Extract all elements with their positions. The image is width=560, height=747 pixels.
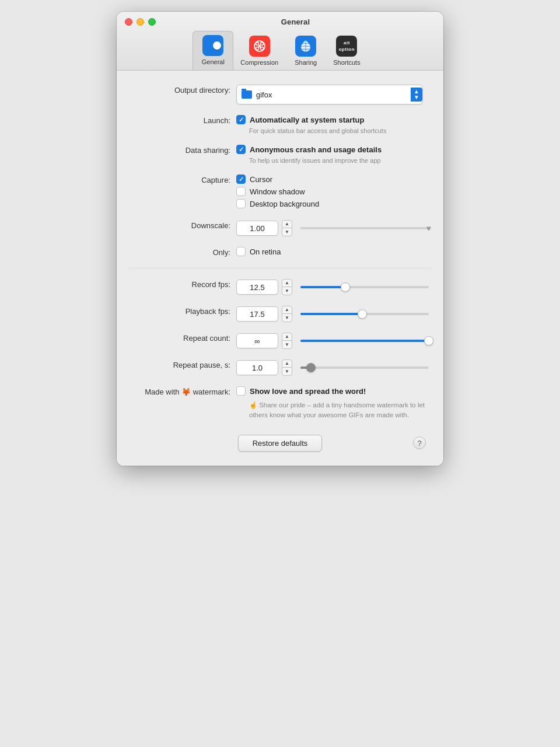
playback-fps-increment[interactable]: ▲	[282, 306, 292, 314]
output-directory-dropdown[interactable]: gifox ▲ ▼	[236, 85, 423, 104]
maximize-button[interactable]	[148, 18, 156, 26]
help-button[interactable]: ?	[413, 437, 426, 449]
watermark-row: Made with 🦊 watermark: Show love and spr…	[128, 386, 432, 421]
repeat-count-row: Repeat count: ∞ ▲ ▼	[128, 333, 432, 349]
repeat-pause-label: Repeat pause, s:	[128, 359, 236, 369]
capture-control: Cursor Window shadow Desktop background	[236, 174, 432, 210]
record-fps-slider-wrap	[300, 286, 432, 288]
only-row: Only: On retina	[128, 247, 432, 257]
data-sharing-checkbox-label: Anonymous crash and usage details	[250, 145, 382, 154]
watermark-checkbox-row: Show love and spread the word!	[236, 386, 432, 396]
toggle-icon	[204, 40, 222, 51]
repeat-pause-decrement[interactable]: ▼	[282, 368, 292, 375]
playback-fps-control: 17.5 ▲ ▼	[236, 306, 432, 322]
record-fps-label: Record fps:	[128, 279, 236, 289]
dropdown-arrow-icon: ▲ ▼	[411, 88, 422, 102]
restore-row: Restore defaults ?	[128, 435, 432, 452]
downscale-row: Downscale: 1.00 ▲ ▼ ♥	[128, 220, 432, 236]
capture-cursor-checkbox[interactable]	[236, 174, 246, 184]
close-button[interactable]	[125, 18, 132, 26]
only-checkbox-label: On retina	[250, 247, 281, 256]
repeat-count-decrement[interactable]: ▼	[282, 341, 292, 348]
record-fps-increment[interactable]: ▲	[282, 280, 292, 287]
repeat-count-stepper: ▲ ▼	[282, 333, 292, 349]
repeat-pause-slider-wrap	[300, 366, 432, 369]
output-directory-value: gifox	[256, 90, 411, 99]
launch-checkbox[interactable]	[236, 115, 246, 124]
toolbar: General Compression	[187, 31, 373, 70]
launch-row: Launch: Automatically at system startup …	[128, 115, 432, 134]
launch-checkbox-label: Automatically at system startup	[250, 116, 365, 124]
repeat-count-thumb	[424, 336, 433, 345]
svg-point-4	[260, 43, 263, 46]
repeat-pause-increment[interactable]: ▲	[282, 360, 292, 368]
general-icon	[202, 35, 223, 56]
downscale-slider[interactable]: ♥	[300, 227, 429, 229]
repeat-count-input[interactable]: ∞	[236, 333, 278, 348]
record-fps-thumb	[341, 282, 350, 292]
playback-fps-slider[interactable]	[300, 313, 429, 315]
playback-fps-row: Playback fps: 17.5 ▲ ▼	[128, 306, 432, 322]
watermark-desc-text: Share our pride – add a tiny handsome wa…	[249, 402, 425, 418]
tab-shortcuts[interactable]: alt option Shortcuts	[326, 32, 367, 70]
svg-point-6	[260, 47, 263, 50]
output-directory-row: Output directory: gifox ▲ ▼	[128, 85, 432, 104]
main-window: General General	[117, 12, 443, 466]
output-directory-label: Output directory:	[128, 85, 236, 95]
playback-fps-input[interactable]: 17.5	[236, 306, 278, 322]
titlebar: General General	[117, 12, 443, 71]
playback-fps-stepper: ▲ ▼	[282, 306, 292, 322]
watermark-control: Show love and spread the word! ☝️ Share …	[236, 386, 432, 421]
minimize-button[interactable]	[136, 18, 144, 26]
folder-icon	[242, 90, 252, 99]
capture-background-checkbox[interactable]	[236, 199, 246, 208]
downscale-control: 1.00 ▲ ▼ ♥	[236, 220, 432, 236]
watermark-checkbox[interactable]	[236, 386, 246, 396]
only-label: Only:	[128, 247, 236, 257]
repeat-count-stepper-row: ∞ ▲ ▼	[236, 333, 432, 349]
capture-background-label: Desktop background	[250, 200, 319, 208]
tab-compression-label: Compression	[240, 59, 278, 66]
capture-shadow-checkbox[interactable]	[236, 187, 246, 196]
downscale-stepper-row: 1.00 ▲ ▼ ♥	[236, 220, 432, 236]
tab-sharing-label: Sharing	[295, 59, 317, 66]
only-checkbox[interactable]	[236, 247, 246, 256]
record-fps-input[interactable]: 12.5	[236, 280, 278, 295]
launch-checkbox-row: Automatically at system startup	[236, 115, 432, 124]
compression-icon	[249, 36, 270, 57]
data-sharing-checkbox[interactable]	[236, 145, 246, 154]
repeat-pause-row: Repeat pause, s: 1.0 ▲ ▼	[128, 359, 432, 376]
divider	[128, 268, 432, 268]
downscale-thumb: ♥	[424, 223, 434, 233]
record-fps-control: 12.5 ▲ ▼	[236, 279, 432, 295]
svg-point-3	[256, 43, 258, 46]
record-fps-stepper-row: 12.5 ▲ ▼	[236, 279, 432, 295]
data-sharing-checkbox-row: Anonymous crash and usage details	[236, 145, 432, 154]
downscale-stepper: ▲ ▼	[282, 220, 292, 236]
capture-label: Capture:	[128, 174, 236, 184]
repeat-pause-slider[interactable]	[300, 366, 429, 369]
capture-row: Capture: Cursor Window shadow Desktop ba…	[128, 174, 432, 210]
repeat-count-label: Repeat count:	[128, 333, 236, 343]
repeat-count-slider-wrap	[300, 340, 432, 342]
record-fps-decrement[interactable]: ▼	[282, 287, 292, 295]
repeat-count-increment[interactable]: ▲	[282, 333, 292, 341]
capture-shadow-label: Window shadow	[250, 187, 305, 196]
tab-general-label: General	[202, 58, 225, 65]
repeat-pause-control: 1.0 ▲ ▼	[236, 359, 432, 376]
record-fps-slider[interactable]	[300, 286, 429, 288]
repeat-pause-stepper-row: 1.0 ▲ ▼	[236, 359, 432, 376]
restore-defaults-button[interactable]: Restore defaults	[238, 435, 323, 452]
tab-sharing[interactable]: Sharing	[285, 32, 326, 70]
tab-general[interactable]: General	[192, 31, 233, 70]
downscale-slider-wrap: ♥	[300, 227, 432, 229]
playback-fps-decrement[interactable]: ▼	[282, 314, 292, 322]
tab-compression[interactable]: Compression	[233, 32, 285, 70]
downscale-increment[interactable]: ▲	[282, 221, 292, 228]
downscale-decrement[interactable]: ▼	[282, 228, 292, 236]
playback-fps-thumb	[358, 309, 367, 319]
capture-cursor-label: Cursor	[250, 175, 272, 184]
repeat-pause-input[interactable]: 1.0	[236, 360, 278, 375]
downscale-input[interactable]: 1.00	[236, 221, 278, 236]
repeat-count-slider[interactable]	[300, 340, 429, 342]
